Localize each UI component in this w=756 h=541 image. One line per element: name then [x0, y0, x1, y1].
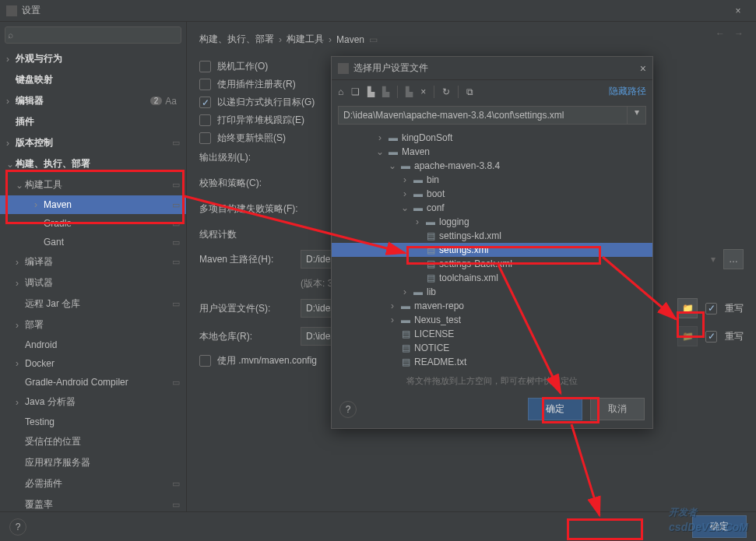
file-tree[interactable]: ›▬kingDonSoft⌄▬Maven⌄▬apache-maven-3.8.4… [332, 128, 652, 372]
sidebar-item[interactable]: Gant▭ [0, 233, 186, 251]
path-dropdown-icon[interactable]: ▾ [628, 106, 646, 125]
desktop-icon[interactable]: ❏ [351, 86, 360, 97]
project-scope-icon: ▭ [369, 34, 378, 45]
file-item[interactable]: ▤settings-Back.xml [332, 257, 652, 271]
folder-item[interactable]: ›▬maven-repo [332, 299, 652, 313]
user-settings-label: 用户设置文件(S): [199, 302, 293, 315]
local-repo-override-checkbox[interactable]: ✓ [705, 331, 717, 343]
sidebar-item[interactable]: 键盘映射 [0, 69, 186, 90]
maven-home-label: Maven 主路径(H): [199, 253, 293, 266]
folder-item[interactable]: ›▬kingDonSoft [332, 131, 652, 145]
folder-item[interactable]: ⌄▬conf [332, 201, 652, 215]
file-item[interactable]: ▤settings.xml [332, 243, 652, 257]
new-folder-icon[interactable]: ▙ [406, 86, 413, 97]
folder-item[interactable]: ›▬lib [332, 285, 652, 299]
file-item[interactable]: ▤LICENSE [332, 327, 652, 341]
nav-arrows: ← → [716, 28, 744, 39]
sidebar-item[interactable]: 必需插件▭ [0, 473, 186, 494]
breadcrumb-c: Maven [336, 34, 364, 45]
sidebar-item[interactable]: ›部署 [0, 314, 186, 335]
breadcrumb-b[interactable]: 构建工具 [287, 33, 324, 46]
sidebar-item[interactable]: ›Docker [0, 354, 186, 373]
recursive-checkbox[interactable]: ✓ [199, 97, 211, 108]
dialog-toolbar: ⌂ ❏ ▙ ▙ ▙ × ↻ ⧉ 隐藏路径 [332, 80, 652, 103]
sidebar-item[interactable]: Testing [0, 413, 186, 431]
path-input[interactable] [338, 106, 628, 125]
project-icon[interactable]: ▙ [367, 86, 374, 97]
window-title: 设置 [22, 4, 40, 17]
ok-button[interactable]: 确定 [692, 515, 747, 538]
sidebar-item[interactable]: 插件 [0, 111, 186, 132]
help-icon[interactable]: ? [9, 518, 26, 536]
show-hidden-icon[interactable]: ⧉ [466, 86, 473, 97]
sidebar-item[interactable]: ›编辑器2Aa [0, 90, 186, 111]
module-icon[interactable]: ▙ [382, 86, 389, 97]
maven-home-more-button[interactable]: … [723, 249, 744, 269]
close-icon[interactable]: × [726, 0, 750, 22]
breadcrumb: 构建、执行、部署 › 构建工具 › Maven ▭ [199, 28, 744, 55]
folder-item[interactable]: ⌄▬apache-maven-3.8.4 [332, 159, 652, 173]
search-input[interactable] [5, 26, 181, 44]
search-wrap: ⌕ [0, 22, 186, 48]
user-settings-override-checkbox[interactable]: ✓ [705, 303, 717, 314]
snapshots-checkbox[interactable] [199, 132, 211, 144]
forward-icon[interactable]: → [734, 28, 744, 39]
sidebar-item[interactable]: ⌄构建工具▭ [0, 174, 186, 195]
hide-path-link[interactable]: 隐藏路径 [609, 85, 646, 98]
settings-tree[interactable]: ›外观与行为键盘映射›编辑器2Aa插件›版本控制▭⌄构建、执行、部署⌄构建工具▭… [0, 48, 186, 520]
local-repo-label: 本地仓库(R): [199, 330, 293, 343]
stacktrace-checkbox[interactable] [199, 114, 211, 126]
sidebar-item[interactable]: ›版本控制▭ [0, 132, 186, 153]
file-item[interactable]: ▤NOTICE [332, 341, 652, 355]
dialog-cancel-button[interactable]: 取消 [590, 398, 645, 420]
dialog-icon [338, 63, 349, 74]
dialog-ok-button[interactable]: 确定 [528, 398, 582, 420]
folder-item[interactable]: ›▬boot [332, 187, 652, 201]
sidebar-item[interactable]: ›编译器▭ [0, 251, 186, 272]
breadcrumb-a[interactable]: 构建、执行、部署 [199, 33, 274, 46]
home-icon[interactable]: ⌂ [338, 86, 343, 97]
folder-item[interactable]: ⌄▬Maven [332, 145, 652, 159]
sidebar-item[interactable]: 受信任的位置 [0, 431, 186, 452]
sidebar-item[interactable]: ›外观与行为 [0, 48, 186, 69]
offline-checkbox[interactable] [199, 61, 211, 72]
sidebar-item[interactable]: ⌄构建、执行、部署 [0, 153, 186, 174]
folder-item[interactable]: ›▬Nexus_test [332, 313, 652, 327]
file-item[interactable]: ▤toolchains.xml [332, 271, 652, 285]
app-icon [6, 5, 17, 16]
local-repo-browse-icon[interactable]: 📁 [677, 326, 698, 346]
plugin-registry-checkbox[interactable] [199, 79, 211, 90]
dialog-hint: 将文件拖放到上方空间，即可在树中快速定位 [332, 372, 652, 390]
sidebar-item[interactable]: ›Java 分析器 [0, 392, 186, 413]
file-item[interactable]: ▤README.txt [332, 355, 652, 369]
back-icon[interactable]: ← [716, 28, 725, 39]
sidebar-item[interactable]: ›调试器 [0, 272, 186, 293]
file-chooser-dialog: 选择用户设置文件 × ⌂ ❏ ▙ ▙ ▙ × ↻ ⧉ 隐藏路径 ▾ ›▬king… [331, 56, 653, 429]
sidebar-item[interactable]: 应用程序服务器 [0, 452, 186, 473]
dialog-close-icon[interactable]: × [640, 62, 646, 75]
sidebar-item[interactable]: Android [0, 335, 186, 354]
sidebar-item[interactable]: Gradle▭ [0, 214, 186, 233]
titlebar: 设置 × [0, 0, 756, 22]
sidebar-item[interactable]: 远程 Jar 仓库▭ [0, 293, 186, 314]
search-icon: ⌕ [8, 30, 13, 40]
sidebar: ⌕ ›外观与行为键盘映射›编辑器2Aa插件›版本控制▭⌄构建、执行、部署⌄构建工… [0, 22, 187, 520]
folder-item[interactable]: ›▬logging [332, 215, 652, 229]
mvn-config-checkbox[interactable] [199, 355, 211, 367]
dialog-title: 选择用户设置文件 [353, 61, 428, 75]
sidebar-item[interactable]: ›Maven▭ [0, 195, 186, 214]
file-item[interactable]: ▤settings-kd.xml [332, 229, 652, 243]
refresh-icon[interactable]: ↻ [442, 86, 450, 97]
dialog-help-icon[interactable]: ? [339, 401, 357, 418]
bottom-bar: ? 确定 [0, 511, 756, 541]
user-settings-browse-icon[interactable]: 📁 [677, 298, 698, 318]
folder-item[interactable]: ›▬bin [332, 173, 652, 187]
sidebar-item[interactable]: Gradle-Android Compiler▭ [0, 373, 186, 392]
path-field: ▾ [332, 103, 652, 128]
delete-icon[interactable]: × [420, 86, 426, 97]
dialog-titlebar: 选择用户设置文件 × [332, 57, 652, 80]
